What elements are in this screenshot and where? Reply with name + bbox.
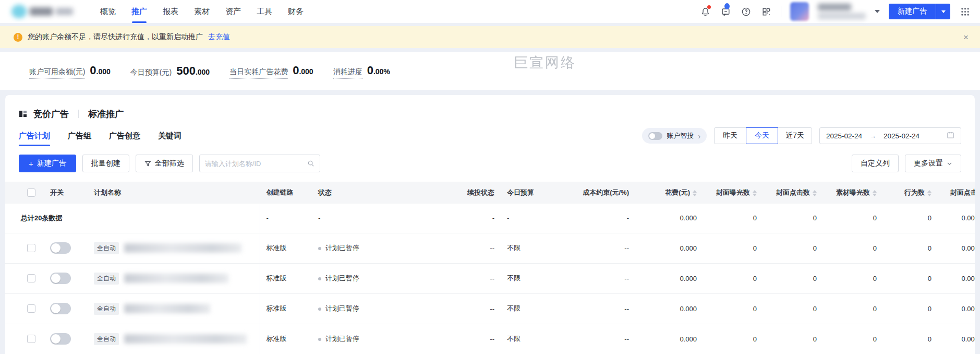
cell-spend: 0.000: [635, 293, 703, 324]
new-ad-dropdown-button[interactable]: [936, 4, 950, 19]
more-settings-button[interactable]: 更多设置: [905, 155, 961, 172]
sort-icon[interactable]: [753, 190, 757, 196]
cell-select: [21, 263, 44, 293]
account-chevron-down-icon[interactable]: [875, 10, 880, 13]
row-checkbox[interactable]: [27, 274, 35, 282]
cell-spend: 0.000: [635, 233, 703, 263]
tab-ad-plan[interactable]: 广告计划: [19, 124, 50, 147]
smart-invest-toggle[interactable]: [648, 132, 662, 140]
message-icon[interactable]: [720, 6, 731, 17]
sort-icon[interactable]: [873, 190, 877, 196]
preset-today[interactable]: 今天: [746, 127, 778, 144]
cell-switch: [44, 263, 88, 293]
blurred-plan-name: [124, 274, 228, 283]
nav-item-assets[interactable]: 资产: [225, 0, 241, 23]
column-header-mat_imp[interactable]: 素材曝光数: [823, 182, 883, 204]
banner-close-icon[interactable]: ×: [963, 33, 969, 42]
column-header-spend[interactable]: 花费(元): [635, 182, 703, 204]
tab-ad-creative[interactable]: 广告创意: [109, 124, 140, 147]
cell-link: 标准版: [260, 233, 312, 263]
cell-name: 全自动: [88, 233, 260, 263]
cell-cover_imp: 0: [703, 263, 763, 293]
tab-ad-group[interactable]: 广告组: [68, 124, 91, 147]
customize-columns-button[interactable]: 自定义列: [852, 155, 899, 172]
column-header-cover_imp[interactable]: 封面曝光数: [703, 182, 763, 204]
date-end[interactable]: 2025-02-24: [884, 132, 919, 140]
plan-switch-toggle[interactable]: [50, 242, 71, 254]
filter-all-button[interactable]: 全部筛选: [136, 155, 193, 172]
plan-switch-toggle[interactable]: [50, 273, 71, 284]
cell-cost: --: [561, 324, 635, 354]
qr-code-icon[interactable]: [760, 6, 772, 17]
cell-switch: [44, 324, 88, 354]
cell-resume: --: [446, 233, 501, 263]
cell-actions: 0: [883, 263, 938, 293]
tab-bid-ads[interactable]: 竞价广告: [33, 108, 69, 120]
table-row: 全自动标准版计划已暂停--不限--0.00000000.000: [5, 263, 975, 293]
select-all-checkbox[interactable]: [27, 188, 35, 197]
help-icon[interactable]: [740, 6, 752, 17]
column-header-cover_ctr[interactable]: 封面点击率: [938, 182, 975, 204]
row-checkbox[interactable]: [27, 244, 35, 252]
row-checkbox[interactable]: [27, 335, 35, 343]
plus-icon: +: [29, 159, 33, 168]
column-header-switch: 开关: [44, 182, 88, 204]
cell-name: 全自动: [88, 324, 260, 354]
cell-actions: 0: [883, 293, 938, 324]
tab-standard-promotion[interactable]: 标准推广: [88, 108, 124, 120]
cell-spend: 0.000: [635, 263, 703, 293]
cell-resume: --: [446, 293, 501, 324]
column-header-select[interactable]: [21, 182, 44, 204]
blurred-logo[interactable]: [11, 4, 73, 19]
cell-cost: --: [561, 293, 635, 324]
cell-spend: 0.000: [635, 204, 703, 233]
create-ad-button[interactable]: + 新建广告: [19, 155, 76, 172]
blurred-plan-name: [124, 304, 210, 313]
sort-icon[interactable]: [693, 190, 697, 196]
nav-item-finance[interactable]: 财务: [288, 0, 304, 23]
bell-icon[interactable]: [699, 6, 711, 17]
preset-yesterday[interactable]: 昨天: [714, 127, 746, 144]
new-ad-button[interactable]: 新建广告: [889, 4, 936, 19]
spacer: [5, 324, 21, 354]
table-total-row: 总计20条数据-----0.00000000.000: [5, 204, 975, 233]
nav-item-promotion[interactable]: 推广: [131, 0, 147, 23]
preset-last7days[interactable]: 近7天: [778, 127, 812, 144]
batch-create-button[interactable]: 批量创建: [82, 155, 129, 172]
column-header-actions[interactable]: 行为数: [883, 182, 938, 204]
smart-invest-pill[interactable]: 账户智投 ›: [642, 128, 707, 144]
cell-cover_clk: 0: [763, 293, 823, 324]
apps-grid-icon[interactable]: [959, 6, 971, 17]
banner-message: 您的账户余额不足，请尽快进行充值，以重新启动推广: [28, 32, 203, 42]
notification-dot: [707, 5, 711, 9]
nav-item-overview[interactable]: 概览: [100, 0, 116, 23]
avatar[interactable]: [790, 2, 809, 21]
cell-cost: --: [561, 233, 635, 263]
sort-icon[interactable]: [813, 190, 817, 196]
nav-item-reports[interactable]: 报表: [163, 0, 178, 23]
tab-keywords[interactable]: 关键词: [158, 124, 182, 147]
sort-icon[interactable]: [927, 190, 931, 196]
column-header-cover_clk[interactable]: 封面点击数: [763, 182, 823, 204]
nav-item-tools[interactable]: 工具: [257, 0, 272, 23]
chevron-right-icon: ›: [698, 132, 700, 140]
blurred-plan-name: [124, 243, 241, 253]
plan-search-input[interactable]: [205, 160, 307, 168]
calendar-icon[interactable]: [947, 131, 954, 140]
plan-switch-toggle[interactable]: [50, 303, 71, 314]
nav-item-materials[interactable]: 素材: [194, 0, 210, 23]
date-start[interactable]: 2025-02-24: [826, 132, 862, 140]
table-row: 全自动标准版计划已暂停--不限--0.00000000.000: [5, 324, 975, 354]
date-range-picker[interactable]: 2025-02-24 → 2025-02-24: [819, 127, 961, 144]
plan-table-wrap: 开关计划名称创建链路状态续投状态今日预算成本约束(元/%)花费(元)封面曝光数封…: [5, 182, 975, 354]
recharge-link[interactable]: 去充值: [208, 32, 230, 42]
status-dot-icon: [318, 308, 321, 311]
bid-ads-icon: [19, 110, 27, 118]
plan-switch-toggle[interactable]: [50, 333, 71, 345]
search-icon[interactable]: [307, 160, 314, 167]
cell-budget: -: [501, 204, 561, 233]
row-checkbox[interactable]: [27, 304, 35, 313]
cell-status: 计划已暂停: [312, 324, 446, 354]
date-preset-group: 昨天 今天 近7天: [714, 127, 812, 144]
blurred-plan-name: [124, 334, 247, 344]
